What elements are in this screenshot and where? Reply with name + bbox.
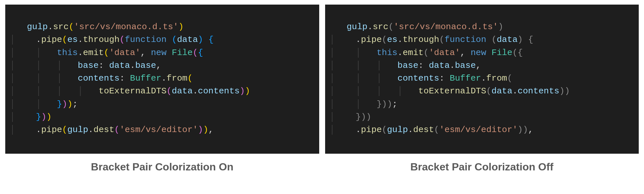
- token-key: base: [397, 61, 418, 70]
- token-prop: contents: [518, 86, 559, 96]
- token-object: gulp: [27, 22, 48, 32]
- token-method: src: [373, 22, 389, 32]
- code-editor-on[interactable]: gulp.src('src/vs/monaco.d.ts') │ .pipe(e…: [5, 5, 319, 154]
- token-string: 'esm/vs/editor': [120, 125, 198, 135]
- code-line: gulp.src('src/vs/monaco.d.ts') │ .pipe(e…: [330, 22, 570, 135]
- token-method: from: [486, 73, 507, 83]
- token-fn: toExternalDTS: [99, 86, 167, 96]
- token-key: base: [78, 61, 99, 70]
- token-key: contents: [397, 73, 439, 83]
- token-keyword: new: [151, 48, 167, 58]
- token-class: File: [172, 48, 193, 58]
- token-class: Buffer: [450, 73, 481, 83]
- token-param: data: [177, 35, 198, 45]
- token-method: through: [403, 35, 439, 45]
- token-method: from: [167, 73, 188, 83]
- token-key: contents: [78, 73, 120, 83]
- token-string: 'data': [109, 48, 140, 58]
- caption-right: Bracket Pair Colorization Off: [325, 161, 639, 173]
- token-param: data: [497, 35, 518, 45]
- token-this: this: [377, 48, 398, 58]
- token-object: es: [67, 35, 78, 45]
- caption-left: Bracket Pair Colorization On: [5, 161, 319, 173]
- token-string: 'src/vs/monaco.d.ts': [394, 22, 498, 32]
- token-string: 'esm/vs/editor': [439, 125, 518, 135]
- token-method: dest: [413, 125, 434, 135]
- token-method: pipe: [41, 35, 62, 45]
- token-string: 'data': [429, 48, 460, 58]
- token-method: src: [53, 22, 69, 32]
- token-class: File: [492, 48, 513, 58]
- token-method: pipe: [41, 125, 62, 135]
- token-prop: contents: [198, 86, 240, 96]
- code-editor-off[interactable]: gulp.src('src/vs/monaco.d.ts') │ .pipe(e…: [325, 5, 639, 154]
- token-method: through: [83, 35, 120, 45]
- token-fn: toExternalDTS: [418, 86, 486, 96]
- token-prop: base: [135, 61, 156, 70]
- token-object: data: [109, 61, 130, 70]
- token-keyword: function: [444, 35, 486, 45]
- code-line: gulp.src('src/vs/monaco.d.ts') │ .pipe(e…: [10, 22, 250, 135]
- token-keyword: new: [471, 48, 486, 58]
- comparison-container: gulp.src('src/vs/monaco.d.ts') │ .pipe(e…: [0, 0, 644, 180]
- token-class: Buffer: [130, 73, 161, 83]
- token-object: data: [172, 86, 193, 96]
- token-object: es: [387, 35, 397, 45]
- panel-right: gulp.src('src/vs/monaco.d.ts') │ .pipe(e…: [325, 5, 639, 173]
- token-method: pipe: [361, 125, 382, 135]
- token-object: gulp: [387, 125, 408, 135]
- token-method: dest: [93, 125, 114, 135]
- token-object: gulp: [346, 22, 367, 32]
- token-object: data: [429, 61, 450, 70]
- token-method: pipe: [361, 35, 382, 45]
- panel-left: gulp.src('src/vs/monaco.d.ts') │ .pipe(e…: [5, 5, 319, 173]
- token-method: emit: [403, 48, 424, 58]
- token-object: data: [492, 86, 513, 96]
- token-keyword: function: [125, 35, 167, 45]
- token-method: emit: [83, 48, 104, 58]
- token-object: gulp: [67, 125, 88, 135]
- token-this: this: [57, 48, 78, 58]
- token-prop: base: [455, 61, 476, 70]
- token-string: 'src/vs/monaco.d.ts': [74, 22, 178, 32]
